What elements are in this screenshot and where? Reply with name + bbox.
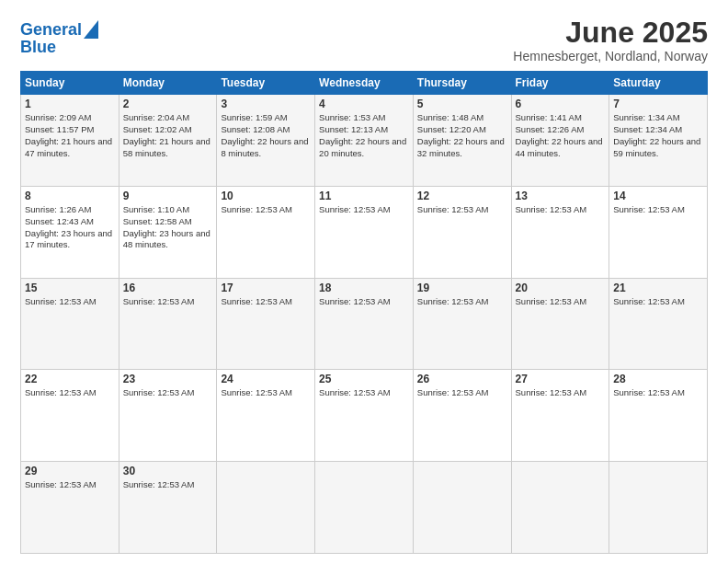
table-row: 3Sunrise: 1:59 AM Sunset: 12:08 AM Dayli… (217, 95, 315, 187)
calendar-header-row: Sunday Monday Tuesday Wednesday Thursday… (21, 72, 708, 95)
cell-day-number: 25 (319, 373, 409, 385)
cell-day-number: 28 (613, 373, 703, 385)
cell-day-number: 7 (613, 98, 703, 110)
cell-day-number: 14 (613, 190, 703, 202)
cell-day-number: 20 (516, 282, 606, 294)
table-row: 6Sunrise: 1:41 AM Sunset: 12:26 AM Dayli… (511, 95, 609, 187)
cell-day-number: 18 (319, 282, 409, 294)
cell-info-text: Sunrise: 12:53 AM (516, 204, 606, 216)
cell-info-text: Sunrise: 12:53 AM (123, 479, 213, 491)
table-row (511, 462, 609, 554)
table-row (413, 462, 511, 554)
cell-info-text: Sunrise: 12:53 AM (123, 296, 213, 308)
cell-info-text: Sunrise: 1:41 AM Sunset: 12:26 AM Daylig… (516, 112, 606, 159)
table-row: 22Sunrise: 12:53 AM (21, 370, 119, 462)
calendar: Sunday Monday Tuesday Wednesday Thursday… (20, 71, 708, 554)
calendar-week-row: 1Sunrise: 2:09 AM Sunset: 11:57 PM Dayli… (21, 95, 708, 187)
table-row: 11Sunrise: 12:53 AM (315, 186, 414, 278)
cell-info-text: Sunrise: 12:53 AM (221, 204, 311, 216)
cell-info-text: Sunrise: 12:53 AM (123, 387, 213, 399)
col-friday: Friday (511, 72, 609, 95)
cell-day-number: 19 (417, 282, 507, 294)
cell-day-number: 1 (25, 98, 115, 110)
table-row: 2Sunrise: 2:04 AM Sunset: 12:02 AM Dayli… (119, 95, 217, 187)
table-row: 9Sunrise: 1:10 AM Sunset: 12:58 AM Dayli… (119, 186, 217, 278)
cell-info-text: Sunrise: 12:53 AM (25, 296, 115, 308)
table-row: 24Sunrise: 12:53 AM (217, 370, 315, 462)
table-row: 19Sunrise: 12:53 AM (413, 278, 511, 370)
cell-info-text: Sunrise: 12:53 AM (319, 296, 409, 308)
table-row: 4Sunrise: 1:53 AM Sunset: 12:13 AM Dayli… (315, 95, 414, 187)
cell-day-number: 13 (516, 190, 606, 202)
cell-info-text: Sunrise: 2:09 AM Sunset: 11:57 PM Daylig… (25, 112, 115, 159)
calendar-week-row: 15Sunrise: 12:53 AM16Sunrise: 12:53 AM17… (21, 278, 708, 370)
cell-info-text: Sunrise: 1:59 AM Sunset: 12:08 AM Daylig… (221, 112, 311, 159)
logo-text: General (20, 21, 82, 38)
cell-info-text: Sunrise: 12:53 AM (319, 387, 409, 399)
calendar-week-row: 8Sunrise: 1:26 AM Sunset: 12:43 AM Dayli… (21, 186, 708, 278)
table-row: 30Sunrise: 12:53 AM (119, 462, 217, 554)
cell-info-text: Sunrise: 1:26 AM Sunset: 12:43 AM Daylig… (25, 204, 115, 251)
cell-info-text: Sunrise: 2:04 AM Sunset: 12:02 AM Daylig… (123, 112, 213, 159)
table-row (217, 462, 315, 554)
table-row: 14Sunrise: 12:53 AM (609, 186, 708, 278)
table-row: 21Sunrise: 12:53 AM (609, 278, 708, 370)
main-title: June 2025 (513, 17, 708, 49)
cell-day-number: 4 (319, 98, 409, 110)
table-row: 28Sunrise: 12:53 AM (609, 370, 708, 462)
cell-day-number: 30 (123, 465, 213, 477)
cell-info-text: Sunrise: 12:53 AM (319, 204, 409, 216)
cell-day-number: 17 (221, 282, 311, 294)
table-row: 8Sunrise: 1:26 AM Sunset: 12:43 AM Dayli… (21, 186, 119, 278)
cell-day-number: 10 (221, 190, 311, 202)
table-row: 27Sunrise: 12:53 AM (511, 370, 609, 462)
cell-day-number: 9 (123, 190, 213, 202)
col-wednesday: Wednesday (315, 72, 414, 95)
page: General Blue June 2025 Hemnesberget, Nor… (0, 0, 728, 563)
cell-day-number: 6 (516, 98, 606, 110)
title-block: June 2025 Hemnesberget, Nordland, Norway (513, 17, 708, 63)
table-row: 1Sunrise: 2:09 AM Sunset: 11:57 PM Dayli… (21, 95, 119, 187)
cell-info-text: Sunrise: 12:53 AM (417, 204, 507, 216)
logo-blue-text: Blue (20, 39, 56, 55)
table-row: 12Sunrise: 12:53 AM (413, 186, 511, 278)
table-row: 16Sunrise: 12:53 AM (119, 278, 217, 370)
cell-day-number: 29 (25, 465, 115, 477)
table-row: 7Sunrise: 1:34 AM Sunset: 12:34 AM Dayli… (609, 95, 708, 187)
table-row (609, 462, 708, 554)
cell-info-text: Sunrise: 12:53 AM (613, 204, 703, 216)
cell-day-number: 12 (417, 190, 507, 202)
col-saturday: Saturday (609, 72, 708, 95)
col-monday: Monday (119, 72, 217, 95)
cell-info-text: Sunrise: 12:53 AM (516, 296, 606, 308)
logo-triangle-icon (84, 20, 98, 39)
cell-day-number: 15 (25, 282, 115, 294)
cell-info-text: Sunrise: 12:53 AM (613, 387, 703, 399)
cell-day-number: 27 (516, 373, 606, 385)
cell-info-text: Sunrise: 1:34 AM Sunset: 12:34 AM Daylig… (613, 112, 703, 159)
col-thursday: Thursday (413, 72, 511, 95)
table-row: 13Sunrise: 12:53 AM (511, 186, 609, 278)
table-row: 29Sunrise: 12:53 AM (21, 462, 119, 554)
cell-info-text: Sunrise: 1:48 AM Sunset: 12:20 AM Daylig… (417, 112, 507, 159)
cell-day-number: 5 (417, 98, 507, 110)
cell-info-text: Sunrise: 12:53 AM (25, 387, 115, 399)
cell-day-number: 16 (123, 282, 213, 294)
table-row: 17Sunrise: 12:53 AM (217, 278, 315, 370)
cell-day-number: 8 (25, 190, 115, 202)
cell-day-number: 26 (417, 373, 507, 385)
cell-day-number: 22 (25, 373, 115, 385)
cell-info-text: Sunrise: 12:53 AM (417, 296, 507, 308)
cell-day-number: 3 (221, 98, 311, 110)
cell-info-text: Sunrise: 12:53 AM (613, 296, 703, 308)
table-row: 26Sunrise: 12:53 AM (413, 370, 511, 462)
cell-info-text: Sunrise: 12:53 AM (516, 387, 606, 399)
table-row: 20Sunrise: 12:53 AM (511, 278, 609, 370)
cell-day-number: 11 (319, 190, 409, 202)
logo: General Blue (20, 20, 98, 55)
header: General Blue June 2025 Hemnesberget, Nor… (20, 17, 708, 63)
table-row: 25Sunrise: 12:53 AM (315, 370, 414, 462)
svg-marker-0 (84, 20, 98, 39)
cell-info-text: Sunrise: 12:53 AM (221, 296, 311, 308)
table-row: 5Sunrise: 1:48 AM Sunset: 12:20 AM Dayli… (413, 95, 511, 187)
